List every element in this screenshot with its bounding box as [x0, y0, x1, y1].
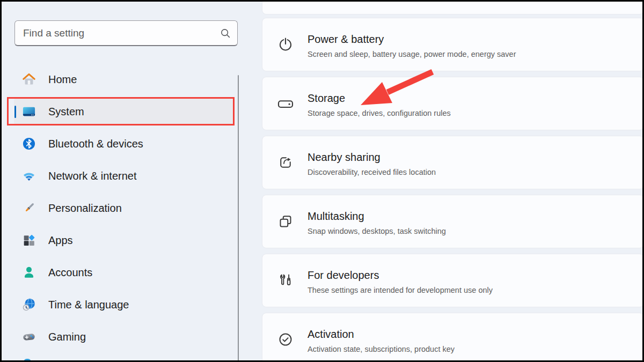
- sidebar-item-label: System: [48, 106, 84, 118]
- card-subtitle: Screen and sleep, battery usage, power m…: [308, 49, 516, 60]
- next-sidebar-item-icon-partial: [24, 359, 31, 362]
- sidebar-item-time-language[interactable]: Time & language: [14, 291, 235, 318]
- home-icon: [21, 72, 36, 87]
- sidebar-item-bluetooth-devices[interactable]: Bluetooth & devices: [14, 130, 235, 157]
- sidebar-item-label: Personalization: [48, 202, 122, 215]
- card-subtitle: These settings are intended for developm…: [308, 285, 493, 295]
- card-title: Power & battery: [308, 32, 516, 46]
- power-icon: [276, 35, 295, 54]
- card-title: Storage: [308, 91, 451, 105]
- card-title: For developers: [308, 268, 493, 282]
- search-input[interactable]: [15, 27, 214, 39]
- card-title: Multitasking: [308, 209, 446, 223]
- previous-card-partial[interactable]: [262, 2, 644, 14]
- person-icon: [21, 265, 36, 280]
- sidebar-item-label: Bluetooth & devices: [48, 138, 143, 150]
- selected-accent-bar: [14, 106, 16, 118]
- sidebar-item-home[interactable]: Home: [14, 66, 235, 93]
- card-subtitle: Storage space, drives, configuration rul…: [308, 108, 451, 119]
- share-icon: [276, 153, 295, 172]
- multitasking-windows-icon: [276, 212, 295, 231]
- card-multitasking[interactable]: Multitasking Snap windows, desktops, tas…: [262, 195, 644, 248]
- check-circle-icon: [276, 330, 295, 349]
- wifi-icon: [21, 168, 36, 183]
- card-power-battery[interactable]: Power & battery Screen and sleep, batter…: [262, 18, 644, 71]
- storage-drive-icon: [276, 94, 295, 113]
- sidebar-nav: Home System Bluetooth & devices: [14, 66, 235, 356]
- card-title: Nearby sharing: [308, 150, 436, 164]
- developer-tools-icon: [276, 271, 295, 290]
- sidebar-item-gaming[interactable]: Gaming: [14, 323, 235, 350]
- sidebar-item-label: Network & internet: [48, 170, 137, 182]
- card-storage[interactable]: Storage Storage space, drives, configura…: [262, 77, 644, 130]
- sidebar-item-label: Accounts: [48, 267, 92, 279]
- card-title: Activation: [308, 327, 455, 341]
- card-for-developers[interactable]: For developers These settings are intend…: [262, 254, 644, 307]
- sidebar-item-accounts[interactable]: Accounts: [14, 259, 235, 286]
- sidebar-item-label: Time & language: [48, 299, 129, 311]
- apps-icon: [21, 233, 36, 248]
- sidebar-item-label: Apps: [48, 234, 73, 247]
- sidebar-item-system[interactable]: System: [14, 98, 235, 125]
- sidebar-scrollbar[interactable]: [238, 75, 239, 361]
- search-icon[interactable]: [214, 21, 237, 45]
- card-activation[interactable]: Activation Activation state, subscriptio…: [262, 313, 644, 362]
- sidebar-item-network-internet[interactable]: Network & internet: [14, 162, 235, 189]
- card-subtitle: Discoverability, received files location: [308, 167, 436, 178]
- bluetooth-icon: [21, 136, 36, 151]
- sidebar-item-apps[interactable]: Apps: [14, 227, 235, 254]
- search-box[interactable]: [14, 20, 238, 46]
- sidebar-item-personalization[interactable]: Personalization: [14, 195, 235, 221]
- sidebar-item-label: Gaming: [48, 331, 86, 343]
- card-nearby-sharing[interactable]: Nearby sharing Discoverability, received…: [262, 136, 644, 189]
- card-subtitle: Snap windows, desktops, task switching: [308, 226, 446, 237]
- globe-clock-icon: [21, 297, 36, 312]
- card-subtitle: Activation state, subscriptions, product…: [308, 344, 455, 354]
- sidebar-item-label: Home: [48, 73, 77, 86]
- brush-icon: [21, 201, 36, 216]
- system-icon: [21, 104, 36, 119]
- gamepad-icon: [21, 329, 36, 344]
